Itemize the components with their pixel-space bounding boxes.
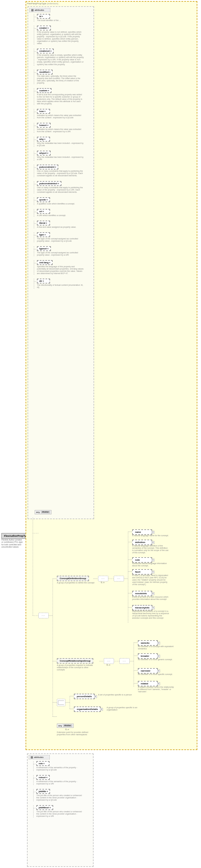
extension-label: FlexPartyPropType (extension) [27, 2, 58, 5]
extension-suffix: (extension) [47, 2, 58, 5]
extension-type-name: FlexPartyPropType [27, 2, 46, 5]
